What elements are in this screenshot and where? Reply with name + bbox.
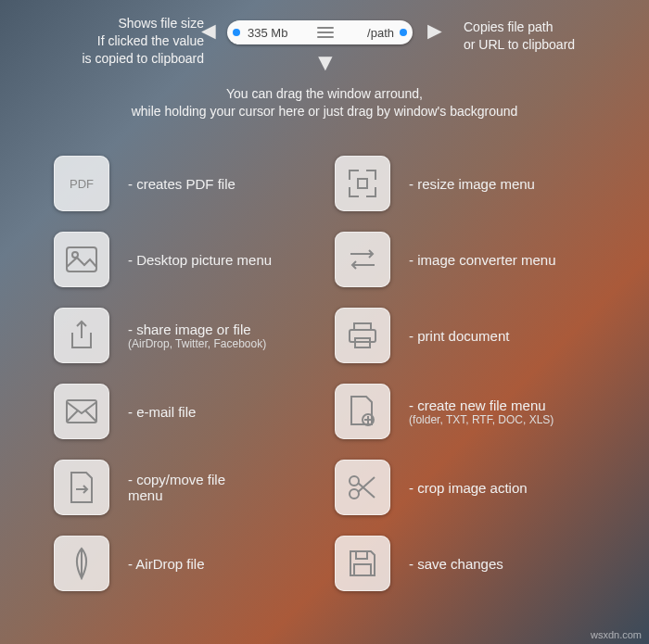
feature-label: - create new file menu (folder, TXT, RTF…: [409, 398, 554, 426]
feature-label: - creates PDF file: [128, 176, 235, 192]
arrow-down-icon: ▼: [313, 50, 337, 74]
features-grid: PDF - creates PDF file - Desktop picture…: [54, 156, 621, 591]
svg-rect-0: [67, 247, 96, 271]
anno-file-path: Copies file path or URL to clipboard: [464, 19, 630, 54]
resize-icon[interactable]: [335, 156, 390, 211]
email-icon[interactable]: [54, 384, 109, 439]
copymove-icon[interactable]: [54, 460, 109, 515]
feature-pdf: PDF - creates PDF file: [54, 156, 272, 211]
feature-label: - crop image action: [409, 480, 528, 496]
svg-rect-4: [350, 330, 375, 342]
svg-rect-9: [356, 551, 367, 559]
feature-convert: - image converter menu: [335, 232, 555, 287]
feature-label: - resize image menu: [409, 176, 535, 192]
file-path-label[interactable]: /path: [363, 26, 394, 40]
feature-label: - share image or file (AirDrop, Twitter,…: [128, 322, 266, 350]
picture-icon[interactable]: [54, 232, 109, 287]
feature-label: - save changes: [409, 556, 503, 572]
top-toolbar: 335 Mb /path: [227, 20, 413, 44]
feature-label: - Desktop picture menu: [128, 252, 272, 268]
feature-label-sub: (AirDrop, Twitter, Facebook): [128, 337, 266, 350]
left-column: PDF - creates PDF file - Desktop picture…: [54, 156, 272, 591]
anno-drag: You can drag the window arround, while h…: [56, 85, 593, 120]
arrow-right-icon: ►: [423, 19, 447, 43]
feature-label-sub: (folder, TXT, RTF, DOC, XLS): [409, 413, 554, 426]
convert-icon[interactable]: [335, 232, 390, 287]
feature-label: - print document: [409, 328, 509, 344]
feature-label: - e-mail file: [128, 404, 196, 420]
crop-icon[interactable]: [335, 460, 390, 515]
dot-right-icon: [400, 29, 407, 36]
feature-save: - save changes: [335, 536, 555, 591]
feature-label: - AirDrop file: [128, 556, 205, 572]
feature-resize: - resize image menu: [335, 156, 555, 211]
feature-label-main: - create new file menu: [409, 398, 546, 413]
pdf-icon[interactable]: PDF: [54, 156, 109, 211]
airdrop-icon[interactable]: [54, 536, 109, 591]
svg-point-8: [350, 489, 359, 499]
watermark: wsxdn.com: [591, 629, 642, 640]
svg-rect-10: [354, 564, 371, 575]
svg-rect-3: [358, 179, 367, 188]
feature-label: - copy/move file menu: [128, 472, 225, 503]
feature-copy-move: - copy/move file menu: [54, 460, 272, 515]
feature-print: - print document: [335, 308, 555, 363]
file-size-label[interactable]: 335 Mb: [246, 26, 287, 40]
feature-label: - image converter menu: [409, 252, 555, 268]
drag-handle-icon[interactable]: [287, 27, 363, 38]
feature-crop: - crop image action: [335, 460, 555, 515]
feature-airdrop: - AirDrop file: [54, 536, 272, 591]
share-icon[interactable]: [54, 308, 109, 363]
right-column: - resize image menu - image converter me…: [335, 156, 555, 591]
feature-share: - share image or file (AirDrop, Twitter,…: [54, 308, 272, 363]
save-icon[interactable]: [335, 536, 390, 591]
feature-desktop-picture: - Desktop picture menu: [54, 232, 272, 287]
print-icon[interactable]: [335, 308, 390, 363]
feature-new-file: - create new file menu (folder, TXT, RTF…: [335, 384, 555, 439]
newfile-icon[interactable]: [335, 384, 390, 439]
anno-file-size: Shows file size If clicked the value is …: [19, 15, 204, 68]
svg-rect-2: [67, 400, 96, 423]
feature-email: - e-mail file: [54, 384, 272, 439]
feature-label-main: - share image or file: [128, 322, 251, 337]
dot-left-icon: [233, 29, 240, 36]
svg-point-7: [350, 476, 359, 486]
